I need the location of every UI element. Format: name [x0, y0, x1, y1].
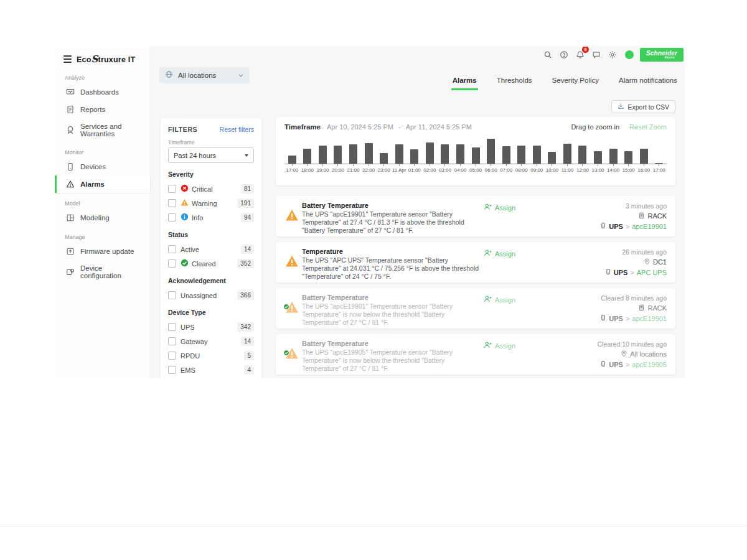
timeframe-select-value: Past 24 hours: [174, 152, 216, 159]
chart-bar[interactable]: [533, 146, 541, 164]
location-filter-dropdown[interactable]: All locations: [159, 67, 250, 83]
checkbox-warning[interactable]: [168, 199, 176, 207]
alarm-device-link[interactable]: apcE19905: [632, 361, 667, 368]
chart-bar[interactable]: [365, 143, 373, 164]
help-icon[interactable]: [558, 49, 570, 61]
alarm-device-link[interactable]: APC UPS: [637, 269, 667, 276]
chart-bar[interactable]: [487, 139, 495, 164]
chart-bar[interactable]: [288, 156, 296, 164]
chart-bar[interactable]: [410, 149, 418, 164]
assign-button[interactable]: Assign: [484, 249, 515, 258]
chart-bar[interactable]: [655, 163, 663, 164]
sidebar-item-modeling[interactable]: Modeling: [55, 209, 150, 226]
filter-option-info[interactable]: Info94: [168, 210, 254, 225]
chart-bar[interactable]: [456, 144, 464, 164]
feedback-icon[interactable]: [590, 49, 603, 61]
hamburger-menu-icon[interactable]: [63, 55, 72, 63]
sidebar-item-device-configuration[interactable]: Device configuration: [55, 260, 150, 284]
chart-bar[interactable]: [472, 147, 480, 164]
chart-bar[interactable]: [380, 153, 388, 164]
export-to-csv-button[interactable]: Export to CSV: [611, 100, 675, 113]
chart-bar[interactable]: [426, 142, 434, 164]
chart-bar-slot: [284, 156, 300, 164]
tab-thresholds[interactable]: Thresholds: [496, 74, 533, 90]
assign-button[interactable]: Assign: [484, 203, 515, 212]
checkbox-cleared[interactable]: [168, 259, 176, 268]
filter-option-warning[interactable]: Warning191: [168, 196, 254, 210]
alarm-card[interactable]: Battery TemperatureThe UPS "apcE19901" T…: [276, 196, 675, 236]
filter-option-label: Critical: [181, 184, 237, 194]
alarm-location[interactable]: All locations: [621, 350, 667, 358]
ups-device-icon: [605, 268, 611, 276]
timeframe-select[interactable]: Past 24 hours: [168, 147, 254, 163]
chart-bar[interactable]: [395, 144, 403, 164]
chart-bar[interactable]: [624, 151, 632, 164]
filter-option-unassigned[interactable]: Unassigned366: [168, 288, 254, 302]
sidebar-item-services-and-warranties[interactable]: Services and Warranties: [55, 118, 150, 142]
checkbox-ems[interactable]: [168, 366, 176, 374]
chart-bar[interactable]: [303, 149, 311, 164]
chart-bar[interactable]: [640, 149, 648, 164]
tab-alarm-notifications[interactable]: Alarm notifications: [618, 74, 679, 90]
alarm-location[interactable]: RACK: [638, 304, 667, 312]
sidebar-item-dashboards[interactable]: Dashboards: [55, 83, 150, 101]
chart-bar[interactable]: [594, 151, 602, 164]
alarm-location[interactable]: DC1: [644, 258, 667, 266]
filter-option-ems[interactable]: EMS4: [168, 363, 254, 377]
chart-bar[interactable]: [349, 144, 357, 164]
reset-zoom-button[interactable]: Reset Zoom: [629, 123, 667, 131]
alarm-location[interactable]: RACK: [638, 212, 667, 220]
sidebar-item-devices[interactable]: Devices: [55, 158, 150, 175]
checkbox-gateway[interactable]: [168, 337, 176, 345]
chart-bar-slot: [345, 144, 361, 164]
caret-down-icon: [245, 154, 248, 157]
filter-option-ups[interactable]: UPS342: [168, 320, 254, 334]
chart-tick: [567, 164, 568, 166]
filter-option-gateway[interactable]: Gateway14: [168, 334, 254, 348]
reset-filters-link[interactable]: Reset filters: [220, 126, 254, 133]
tab-severity-policy[interactable]: Severity Policy: [551, 74, 600, 90]
sidebar-item-reports[interactable]: Reports: [55, 101, 150, 118]
notifications-icon[interactable]: 9: [574, 49, 586, 61]
tab-alarms[interactable]: Alarms: [451, 74, 478, 90]
chart-bar[interactable]: [319, 146, 327, 164]
checkbox-rpdu[interactable]: [168, 352, 176, 360]
alarm-device-link[interactable]: apcE19901: [632, 223, 667, 230]
checkbox-critical[interactable]: [168, 185, 176, 193]
alarm-card[interactable]: Battery TemperatureThe UPS "apcE19901" T…: [276, 288, 675, 329]
filter-option-critical[interactable]: Critical81: [168, 182, 254, 196]
chart-bar[interactable]: [441, 144, 449, 164]
chart-plot[interactable]: [284, 137, 667, 164]
sidebar-item-alarms[interactable]: Alarms: [55, 175, 150, 193]
alarm-history-chart[interactable]: 17:0018:0019:0020:0021:0022:0023:0011 Ap…: [284, 137, 667, 173]
filter-option-text: Gateway: [181, 338, 207, 345]
chart-bar[interactable]: [563, 144, 571, 164]
chart-bar[interactable]: [578, 146, 586, 164]
sidebar-item-firmware-update[interactable]: Firmware update: [55, 243, 150, 260]
assign-button[interactable]: Assign: [484, 295, 515, 304]
schneider-electric-logo[interactable]: Schneider Electric: [640, 48, 684, 62]
checkbox-unassigned[interactable]: [168, 291, 176, 299]
alarm-card[interactable]: TemperatureThe UPS "APC UPS" Temperature…: [276, 242, 675, 282]
filter-option-crac[interactable]: CRAC1: [168, 377, 254, 378]
assign-button[interactable]: Assign: [484, 341, 515, 350]
chart-label-slot: 23:00: [376, 164, 392, 173]
chart-bar[interactable]: [334, 146, 342, 164]
alarm-card[interactable]: Battery TemperatureThe UPS "apcE19905" T…: [276, 334, 675, 375]
checkbox-info[interactable]: [168, 213, 176, 222]
settings-icon[interactable]: [606, 49, 619, 61]
services-icon: [66, 126, 75, 134]
chart-bar[interactable]: [609, 149, 618, 164]
chart-label-slot: 22:00: [361, 164, 377, 173]
filter-option-active[interactable]: Active14: [168, 242, 254, 256]
alarm-device-link[interactable]: apcE19901: [632, 315, 667, 322]
filter-option-rpdu[interactable]: RPDU5: [168, 348, 254, 363]
chart-bar[interactable]: [548, 152, 556, 164]
filter-option-cleared[interactable]: Cleared352: [168, 256, 254, 271]
user-avatar[interactable]: [625, 50, 634, 59]
checkbox-active[interactable]: [168, 245, 176, 253]
chart-bar[interactable]: [502, 146, 510, 164]
checkbox-ups[interactable]: [168, 323, 176, 331]
search-icon[interactable]: [542, 49, 554, 61]
chart-bar[interactable]: [517, 146, 525, 164]
